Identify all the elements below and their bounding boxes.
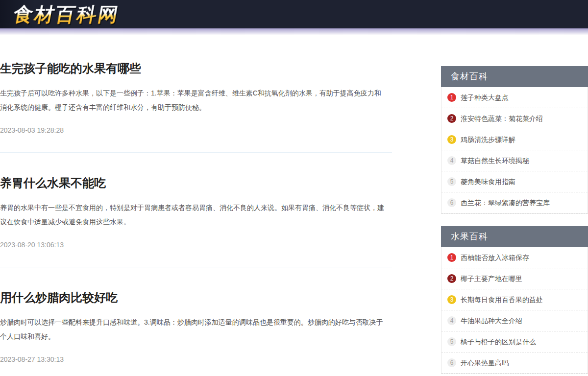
sidebar-section: 水果百科 1 西柚能否放入冰箱保存 2 椰子主要产地在哪里 3 长期每日食用百香… <box>441 226 588 374</box>
article-title[interactable]: 用什么炒腊肉比较好吃 <box>0 290 392 306</box>
article-date: 2023-08-20 13:06:13 <box>0 241 392 249</box>
site-logo[interactable]: 食材百科网 <box>11 1 122 28</box>
sidebar-list-item[interactable]: 1 西柚能否放入冰箱保存 <box>441 247 588 268</box>
article-item: 生完孩子能吃的水果有哪些 生完孩子后可以吃许多种水果，以下是一些例子：1.苹果：… <box>0 61 392 153</box>
sidebar-item-label: 草菇自然生长环境揭秘 <box>461 156 529 165</box>
sidebar-list-item[interactable]: 3 长期每日食用百香果的益处 <box>441 289 588 310</box>
sidebar-item-label: 西柚能否放入冰箱保存 <box>461 253 529 262</box>
sidebar-list-item[interactable]: 2 淮安特色蔬菜：菊花菜介绍 <box>441 108 588 129</box>
sidebar-list-item[interactable]: 1 莲子种类大盘点 <box>441 87 588 108</box>
sidebar-list-item[interactable]: 2 椰子主要产地在哪里 <box>441 268 588 289</box>
header-gradient-divider <box>0 28 588 35</box>
sidebar-section-title: 水果百科 <box>441 226 588 247</box>
sidebar-item-label: 莲子种类大盘点 <box>461 93 509 102</box>
rank-badge-icon: 4 <box>447 156 456 165</box>
rank-badge-icon: 4 <box>447 316 456 325</box>
article-item: 养胃什么水果不能吃 养胃的水果中有一些是不宜食用的，特别是对于胃病患者或者容易胃… <box>0 153 392 267</box>
article-date: 2023-08-27 13:30:13 <box>0 355 392 363</box>
sidebar-item-label: 淮安特色蔬菜：菊花菜介绍 <box>461 114 543 123</box>
sidebar-section-list: 1 西柚能否放入冰箱保存 2 椰子主要产地在哪里 3 长期每日食用百香果的益处 … <box>441 247 588 374</box>
rank-badge-icon: 5 <box>447 337 456 346</box>
sidebar-section: 食材百科 1 莲子种类大盘点 2 淮安特色蔬菜：菊花菜介绍 3 鸡肠清洗步骤详解… <box>441 66 588 214</box>
rank-badge-icon: 3 <box>447 135 456 144</box>
rank-badge-icon: 6 <box>447 198 456 207</box>
sidebar-section-list: 1 莲子种类大盘点 2 淮安特色蔬菜：菊花菜介绍 3 鸡肠清洗步骤详解 4 草菇… <box>441 87 588 214</box>
article-title[interactable]: 生完孩子能吃的水果有哪些 <box>0 61 392 76</box>
rank-badge-icon: 6 <box>447 358 456 367</box>
sidebar-item-label: 西兰花：翠绿紧凑的营养宝库 <box>461 198 550 208</box>
sidebar-list-item[interactable]: 5 菱角美味食用指南 <box>441 171 588 192</box>
sidebar-item-label: 橘子与橙子的区别是什么 <box>461 337 536 347</box>
sidebar-item-label: 鸡肠清洗步骤详解 <box>461 135 515 144</box>
sidebar-item-label: 菱角美味食用指南 <box>461 177 515 187</box>
sidebar-item-label: 牛油果品种大全介绍 <box>461 316 522 326</box>
article-excerpt: 炒腊肉时可以选择一些配料来提升口感和味道。3.调味品：炒腊肉时添加适量的调味品也… <box>0 315 387 344</box>
site-header: 食材百科网 <box>0 0 588 28</box>
sidebar: 食材百科 1 莲子种类大盘点 2 淮安特色蔬菜：菊花菜介绍 3 鸡肠清洗步骤详解… <box>441 35 588 376</box>
article-date: 2023-08-03 19:28:28 <box>0 126 392 134</box>
article-excerpt: 养胃的水果中有一些是不宜食用的，特别是对于胃病患者或者容易胃痛、消化不良的人来说… <box>0 201 387 229</box>
article-item: 用什么炒腊肉比较好吃 炒腊肉时可以选择一些配料来提升口感和味道。3.调味品：炒腊… <box>0 267 392 376</box>
article-list: 生完孩子能吃的水果有哪些 生完孩子后可以吃许多种水果，以下是一些例子：1.苹果：… <box>0 35 392 376</box>
sidebar-list-item[interactable]: 3 鸡肠清洗步骤详解 <box>441 129 588 150</box>
sidebar-item-label: 长期每日食用百香果的益处 <box>461 295 543 305</box>
sidebar-list-item[interactable]: 4 草菇自然生长环境揭秘 <box>441 150 588 171</box>
rank-badge-icon: 1 <box>447 253 456 262</box>
rank-badge-icon: 1 <box>447 93 456 102</box>
rank-badge-icon: 2 <box>447 274 456 283</box>
sidebar-section-title: 食材百科 <box>441 66 588 87</box>
rank-badge-icon: 3 <box>447 295 456 304</box>
article-excerpt: 生完孩子后可以吃许多种水果，以下是一些例子：1.苹果：苹果是富含纤维、维生素C和… <box>0 86 387 115</box>
sidebar-list-item[interactable]: 5 橘子与橙子的区别是什么 <box>441 331 588 352</box>
sidebar-list-item[interactable]: 6 开心果热量高吗 <box>441 352 588 374</box>
sidebar-item-label: 椰子主要产地在哪里 <box>461 274 522 283</box>
page-container: 生完孩子能吃的水果有哪些 生完孩子后可以吃许多种水果，以下是一些例子：1.苹果：… <box>0 35 588 376</box>
rank-badge-icon: 2 <box>447 114 456 123</box>
article-title[interactable]: 养胃什么水果不能吃 <box>0 175 392 191</box>
sidebar-list-item[interactable]: 4 牛油果品种大全介绍 <box>441 310 588 331</box>
rank-badge-icon: 5 <box>447 177 456 186</box>
sidebar-list-item[interactable]: 6 西兰花：翠绿紧凑的营养宝库 <box>441 192 588 213</box>
sidebar-item-label: 开心果热量高吗 <box>461 358 509 368</box>
